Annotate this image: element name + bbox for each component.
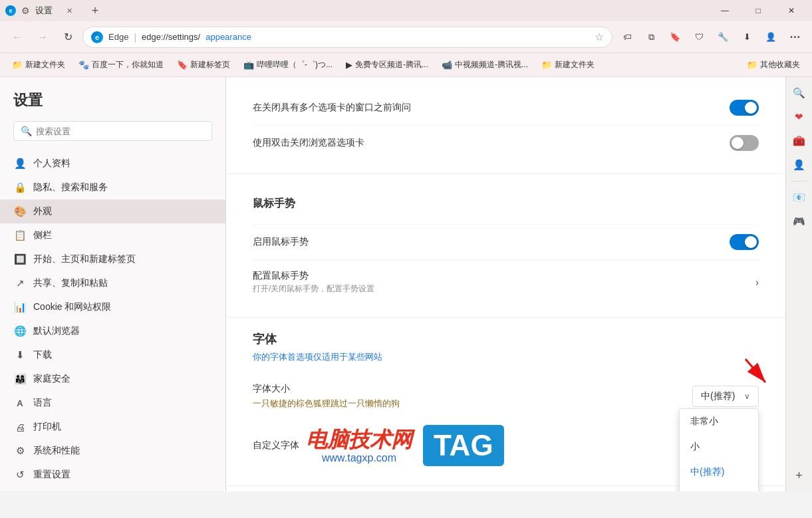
double-click-row: 使用双击关闭浏览器选项卡 [253,126,759,160]
sidebar-item-browser[interactable]: 🌐 默认浏览器 [0,319,225,343]
configure-gesture-row[interactable]: 配置鼠标手势 打开/关闭鼠标手势，配置手势设置 › [253,260,759,304]
tab-close-btn[interactable]: ✕ [63,5,75,17]
bookmark-tencent2[interactable]: 📹中视频频道-腾讯视... [436,57,533,73]
double-click-toggle[interactable] [730,135,759,151]
forward-btn[interactable]: → [32,27,53,48]
collections-btn[interactable]: 🏷 [616,27,638,48]
refresh-btn[interactable]: ↻ [57,27,78,48]
right-sidebar: 🔍 ❤ 🧰 👤 📧 🎮 + [785,77,812,491]
back-btn[interactable]: ← [7,27,28,48]
custom-font-label: 自定义字体 [253,440,299,452]
sidebar-item-cookies[interactable]: 📊 Cookie 和网站权限 [0,295,225,319]
watermark-text-block: 电脑技术网 www.tagxp.com [306,427,412,464]
tab-title: 设置 [35,5,53,17]
bookmark-newfolder2[interactable]: 📁新建文件夹 [536,57,600,73]
bookmark-tencent1[interactable]: ▶免费专区频道-腾讯... [340,57,434,73]
sidebar-label-newtab: 开始、主页和新建标签页 [33,253,212,265]
new-tab-btn[interactable]: + [86,1,104,20]
window-controls: — □ ✕ [710,0,807,21]
font-size-container: 字体大小 一只敏捷的棕色狐狸跳过一只懒惰的狗 [253,374,759,419]
sidebar-icon: 📋 [13,229,27,242]
font-option-very-small[interactable]: 非常小 [680,409,758,434]
bookmark-newfolder1[interactable]: 📁新建文件夹 [7,57,70,73]
font-section: 字体 你的字体首选项仅适用于某些网站 字体大小 一只敏捷的棕色狐狸跳过一只懒惰的… [226,318,785,486]
sidebar-profile-btn[interactable]: 👤 [789,154,810,176]
address-edge-label: Edge [108,32,128,42]
sidebar-item-reset[interactable]: ↺ 重置设置 [0,463,225,487]
sidebar-item-profile[interactable]: 👤 个人资料 [0,152,225,176]
minimize-btn[interactable]: — [710,0,740,21]
browser-icon: 🌐 [13,324,27,338]
share-icon: ↗ [13,277,27,290]
maximize-btn[interactable]: □ [743,0,773,21]
profile-icon: 👤 [13,157,27,170]
font-heading: 字体 [253,331,759,347]
bookmark-newtab[interactable]: 🔖新建标签页 [172,57,235,73]
sidebar-item-sidebar[interactable]: 📋 侧栏 [0,223,225,247]
watermark-sitename: 电脑技术网 [306,427,412,452]
newtab-icon: 🔲 [13,253,27,266]
sidebar-label-browser: 默认浏览器 [33,325,212,337]
font-preview: 一只敏捷的棕色狐狸跳过一只懒惰的狗 [253,398,400,410]
appearance-icon: 🎨 [13,205,27,218]
settings-sidebar: 设置 🔍 👤 个人资料 🔒 隐私、搜索和服务 🎨 外观 📋 侧栏 🔲 开始、主页… [0,77,226,491]
font-size-row: 字体大小 一只敏捷的棕色狐狸跳过一只懒惰的狗 [253,374,759,419]
sidebar-item-system[interactable]: ⚙ 系统和性能 [0,439,225,463]
sidebar-item-mobile[interactable]: 📱 手机和其他设备 [0,487,225,491]
extensions-btn[interactable]: 🔧 [712,27,734,48]
font-subtext: 你的字体首选项仅适用于某些网站 [253,351,759,363]
double-click-label: 使用双击关闭浏览器选项卡 [253,137,364,149]
close-window-toggle[interactable] [730,100,759,116]
font-option-small[interactable]: 小 [680,434,758,459]
sidebar-item-download[interactable]: ⬇ 下载 [0,343,225,367]
sidebar-item-appearance[interactable]: 🎨 外观 [0,199,225,223]
sidebar-add-btn[interactable]: + [789,465,810,486]
close-btn[interactable]: ✕ [776,0,807,21]
sidebar-gaming-btn[interactable]: 🎮 [789,211,810,232]
downloads-btn[interactable]: ⬇ [736,27,757,48]
more-btn[interactable]: ⋯ [784,27,805,48]
sidebar-item-privacy[interactable]: 🔒 隐私、搜索和服务 [0,176,225,199]
split-view-btn[interactable]: ⧉ [640,27,662,48]
read-aloud-btn[interactable]: 🔖 [664,27,686,48]
navbar: ← → ↻ e Edge | edge://settings/appearanc… [0,21,812,53]
address-bar[interactable]: e Edge | edge://settings/appearance ☆ [82,27,612,48]
sidebar-label-cookies: Cookie 和网站权限 [33,301,212,313]
reset-icon: ↺ [13,468,27,481]
toggle-knob [745,102,757,114]
search-box[interactable]: 🔍 [13,121,212,141]
font-size-dropdown-menu: 非常小 小 中(推荐) 大 很大 [679,408,759,491]
profile-btn[interactable]: 👤 [760,27,781,48]
browser-essentials-btn[interactable]: 🛡 [688,27,710,48]
sidebar-label-share: 共享、复制和粘贴 [33,277,212,289]
sidebar-outlook-btn[interactable]: 📧 [789,187,810,208]
font-size-text-block: 字体大小 一只敏捷的棕色狐狸跳过一只懒惰的狗 [253,383,400,410]
star-icon[interactable]: ☆ [595,31,604,43]
content-wrapper: 在关闭具有多个选项卡的窗口之前询问 使用双击关闭浏览器选项卡 鼠标手势 [226,77,812,491]
sidebar-label-print: 打印机 [33,421,212,433]
configure-gesture-label: 配置鼠标手势 [253,270,374,282]
bookmark-other[interactable]: 📁其他收藏夹 [742,57,805,73]
enable-gesture-toggle[interactable] [730,234,759,250]
sidebar-label-system: 系统和性能 [33,445,212,457]
font-option-large[interactable]: 大 [680,485,758,491]
sidebar-item-share[interactable]: ↗ 共享、复制和粘贴 [0,271,225,295]
bookmark-bilibili[interactable]: 📺哔哩哔哩（゜-゜)つ... [238,57,338,73]
address-separator: | [134,32,136,43]
print-icon: 🖨 [13,420,27,434]
bookmark-baidu[interactable]: 🐾百度一下，你就知道 [73,57,169,73]
sidebar-search-btn[interactable]: 🔍 [789,82,810,104]
lock-icon: 🔒 [13,181,27,194]
font-option-medium[interactable]: 中(推荐) [680,459,758,485]
search-input[interactable] [36,126,205,136]
sidebar-item-print[interactable]: 🖨 打印机 [0,415,225,439]
svg-line-1 [745,359,765,382]
sidebar-tools-btn[interactable]: 🧰 [789,130,810,152]
family-icon: 👨‍👩‍👧 [13,372,27,386]
sidebar-favorites-btn[interactable]: ❤ [789,106,810,128]
sidebar-item-language[interactable]: A 语言 [0,391,225,415]
close-window-row: 在关闭具有多个选项卡的窗口之前询问 [253,90,759,126]
enable-gesture-row: 启用鼠标手势 [253,225,759,260]
sidebar-item-family[interactable]: 👨‍👩‍👧 家庭安全 [0,367,225,391]
sidebar-item-newtab[interactable]: 🔲 开始、主页和新建标签页 [0,247,225,271]
